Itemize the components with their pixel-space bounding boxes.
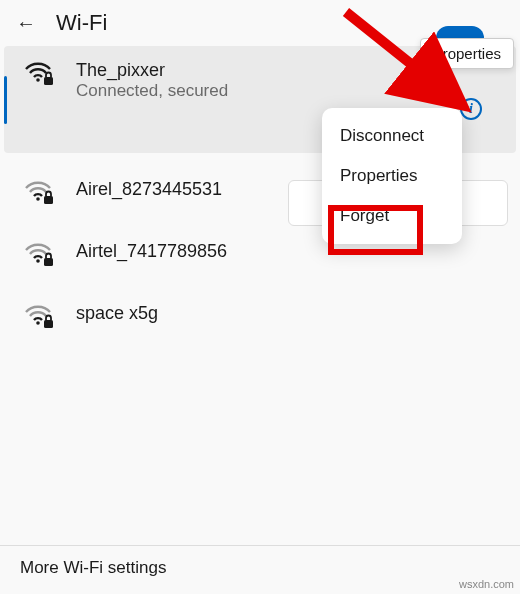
wifi-secured-icon <box>24 241 54 267</box>
svg-point-1 <box>36 78 40 82</box>
divider <box>0 545 520 546</box>
back-arrow-icon[interactable]: ← <box>16 12 36 35</box>
svg-rect-4 <box>44 196 53 204</box>
page-title: Wi-Fi <box>56 10 107 36</box>
info-icon[interactable]: i <box>460 98 482 120</box>
wifi-secured-icon <box>24 303 54 329</box>
context-menu: Disconnect Properties Forget <box>322 108 462 244</box>
svg-rect-2 <box>44 77 53 85</box>
menu-forget[interactable]: Forget <box>322 196 462 236</box>
network-item[interactable]: space x5g <box>0 285 520 347</box>
network-text: space x5g <box>76 303 158 324</box>
network-name: Airtel_7417789856 <box>76 241 227 262</box>
wifi-secured-icon <box>24 179 54 205</box>
watermark: wsxdn.com <box>459 578 514 590</box>
wifi-secured-icon <box>24 60 54 86</box>
svg-point-5 <box>36 259 40 263</box>
network-name: Airel_8273445531 <box>76 179 222 200</box>
properties-tooltip: Properties <box>420 38 514 69</box>
svg-point-7 <box>36 321 40 325</box>
network-text: The_pixxer Connected, secured <box>76 60 228 101</box>
svg-rect-6 <box>44 258 53 266</box>
network-text: Airel_8273445531 <box>76 179 222 200</box>
header: ← Wi-Fi <box>0 0 520 42</box>
menu-disconnect[interactable]: Disconnect <box>322 116 462 156</box>
svg-rect-8 <box>44 320 53 328</box>
network-status: Connected, secured <box>76 81 228 101</box>
network-name: space x5g <box>76 303 158 324</box>
menu-properties[interactable]: Properties <box>322 156 462 196</box>
network-name: The_pixxer <box>76 60 228 81</box>
network-text: Airtel_7417789856 <box>76 241 227 262</box>
svg-point-3 <box>36 197 40 201</box>
more-wifi-settings[interactable]: More Wi-Fi settings <box>0 552 520 584</box>
